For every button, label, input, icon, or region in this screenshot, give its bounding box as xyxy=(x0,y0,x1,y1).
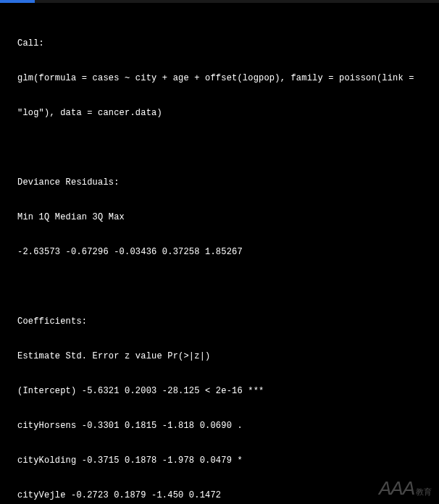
output-line: glm(formula = cases ~ city + age + offse… xyxy=(17,70,422,87)
output-line: Min 1Q Median 3Q Max xyxy=(17,209,422,226)
output-line: "log"), data = cancer.data) xyxy=(17,104,422,122)
watermark-brand: AAA xyxy=(379,477,414,500)
watermark: AAA 教育 xyxy=(379,477,432,500)
output-line: (Intercept) -5.6321 0.2003 -28.125 < 2e-… xyxy=(17,382,422,400)
blank-line xyxy=(17,139,422,156)
watermark-suffix: 教育 xyxy=(416,487,432,497)
output-line: cityVejle -0.2723 0.1879 -1.450 0.1472 xyxy=(17,487,422,504)
output-line: cityHorsens -0.3301 0.1815 -1.818 0.0690… xyxy=(17,417,422,434)
output-line: Call: xyxy=(17,35,422,52)
code-output: Call: glm(formula = cases ~ city + age +… xyxy=(0,3,439,504)
output-line: Coefficients: xyxy=(17,313,422,330)
output-line: Deviance Residuals: xyxy=(17,174,422,191)
output-line: Estimate Std. Error z value Pr(>|z|) xyxy=(17,348,422,365)
output-line: cityKolding -0.3715 0.1878 -1.978 0.0479… xyxy=(17,452,422,469)
blank-line xyxy=(17,278,422,295)
output-line: -2.63573 -0.67296 -0.03436 0.37258 1.852… xyxy=(17,243,422,261)
